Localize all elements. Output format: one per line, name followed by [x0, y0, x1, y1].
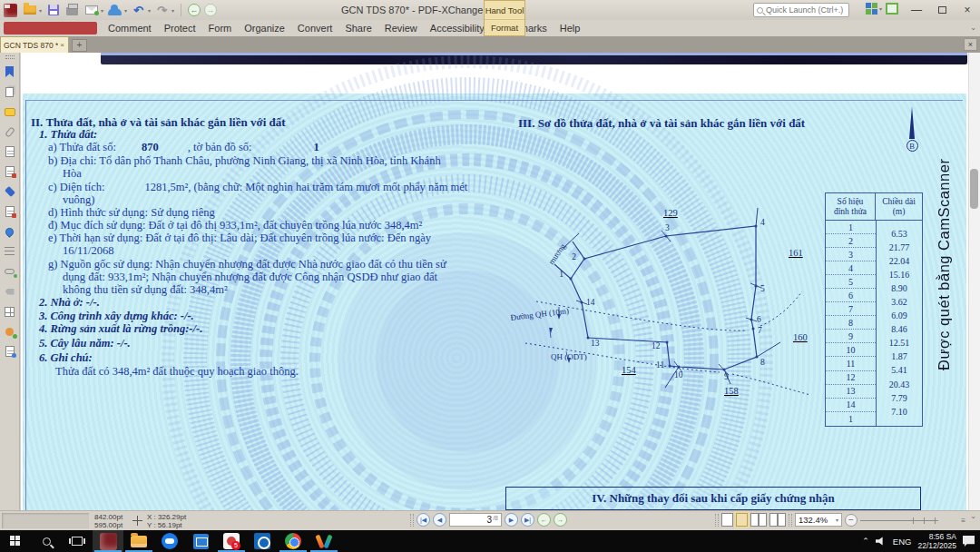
action-center-icon[interactable]	[963, 536, 975, 547]
thumbnails-panel-icon[interactable]	[3, 84, 17, 99]
menu-item[interactable]: Convert	[291, 21, 339, 35]
hand-tool-indicator[interactable]: Hand Tool Format	[484, 0, 525, 36]
fields-panel-icon[interactable]	[3, 144, 17, 159]
close-button[interactable]: ×	[955, 0, 980, 20]
line-origin-2: dụng đất: 933,1m²; Nhận chuyển nhượng đấ…	[63, 271, 437, 284]
pane-close-button[interactable]: ×	[964, 38, 977, 51]
document-info-icon[interactable]	[3, 344, 17, 359]
ribbon-collapse-icon[interactable]: ⌄	[970, 24, 976, 32]
vertical-scrollbar[interactable]	[968, 53, 980, 510]
accessibility-check-icon[interactable]	[3, 324, 17, 339]
quick-launch-box[interactable]	[753, 3, 849, 17]
table-length-value: 8.90	[877, 281, 922, 295]
save-button[interactable]	[45, 3, 61, 17]
language-indicator[interactable]: ENG	[893, 537, 912, 547]
page-number-input[interactable]: 3/8	[449, 513, 502, 527]
comments-panel-icon[interactable]	[3, 104, 17, 119]
view-forward-button[interactable]: →	[554, 513, 567, 527]
history-forward-button[interactable]: →	[204, 4, 217, 16]
document-tab[interactable]: GCN TDS 870 * ×	[0, 36, 69, 53]
item6-notes: 6. Ghi chú:	[39, 351, 93, 365]
undo-button[interactable]: ↶	[131, 3, 146, 17]
taskbar-zalo[interactable]	[154, 530, 185, 552]
table-vertex-id: 1	[826, 412, 876, 426]
menu-item[interactable]: Share	[338, 21, 377, 35]
last-page-button[interactable]: ▶|	[521, 513, 534, 527]
menu-item[interactable]: Protect	[158, 21, 202, 35]
restore-button[interactable]	[929, 0, 955, 20]
taskbar-messaging-app[interactable]: 5	[216, 530, 247, 552]
table-vertex-id: 3	[826, 248, 876, 261]
vertex-length-table: Số hiệuđỉnh thửa Chiều dài(m) 1234567891…	[825, 192, 923, 427]
format-tab[interactable]: Format	[485, 20, 524, 35]
two-page-view-icon[interactable]	[750, 513, 767, 527]
destinations-panel-icon[interactable]	[3, 224, 17, 239]
taskbar-search-button[interactable]	[31, 530, 62, 552]
order-panel-icon[interactable]	[3, 304, 17, 319]
pan-zoom-panel-icon[interactable]	[3, 244, 17, 259]
next-page-button[interactable]: ▶	[505, 513, 518, 527]
print-button[interactable]	[64, 3, 80, 17]
canal-label: mương	[546, 242, 567, 266]
search-icon	[43, 537, 51, 546]
spread-view-icon[interactable]	[769, 513, 786, 527]
taskbar-clock[interactable]: 8:56 SA 22/12/2025	[917, 532, 956, 550]
menu-item[interactable]: Comment	[102, 21, 158, 35]
taskbar-chrome[interactable]	[278, 530, 309, 552]
signatures-panel-icon[interactable]	[3, 164, 17, 179]
start-button[interactable]	[0, 530, 31, 552]
previous-page-edge	[101, 55, 967, 64]
quick-launch-input[interactable]	[766, 5, 846, 15]
ui-customize-icon[interactable]	[866, 3, 877, 15]
links-panel-icon[interactable]	[3, 264, 17, 279]
menu-item[interactable]: Accessibility	[424, 21, 491, 35]
menu-item[interactable]: Review	[378, 21, 424, 35]
document-viewport: II. Thửa đất, nhà ở và tài sản khác gắn …	[21, 53, 980, 510]
table-vertex-id: 12	[826, 371, 876, 385]
history-back-button[interactable]: ←	[188, 4, 201, 16]
zoom-out-button[interactable]: −	[845, 514, 858, 527]
statusbar-expand-icon[interactable]: ≡	[961, 517, 965, 525]
open-file-button[interactable]	[22, 3, 37, 17]
continuous-view-icon[interactable]	[736, 513, 748, 527]
bookmarks-panel-icon[interactable]	[3, 64, 17, 79]
previous-page-button[interactable]: ◀	[433, 513, 446, 527]
road-qh-label: Đường QH (10m)	[510, 306, 569, 322]
first-page-button[interactable]: |◀	[416, 513, 430, 527]
scrollbar-thumb[interactable]	[970, 169, 978, 209]
email-button[interactable]	[83, 3, 99, 17]
tags-panel-icon[interactable]	[3, 284, 17, 299]
taskbar-pdf-xchange[interactable]	[93, 530, 123, 552]
session-icon[interactable]	[886, 3, 898, 15]
minimize-button[interactable]: —	[904, 0, 929, 20]
item2-house: 2. Nhà ở: -/-.	[39, 296, 100, 310]
taskbar-outlook[interactable]	[247, 530, 278, 552]
cursor-coordinates: X : 326.29pt Y : 56.19pt	[147, 513, 186, 529]
map-vertex-11: 11	[656, 360, 664, 370]
new-tab-button[interactable]: +	[72, 39, 87, 52]
redo-button[interactable]: ↷	[154, 3, 170, 17]
single-page-view-icon[interactable]	[721, 513, 733, 527]
tab-close-icon[interactable]: ×	[60, 41, 64, 49]
section4-box: IV. Những thay đổi sau khi cấp giấy chứn…	[505, 487, 921, 510]
document-tab-label: GCN TDS 870 *	[4, 41, 58, 50]
taskbar-file-explorer[interactable]	[123, 530, 154, 552]
layers-panel-icon[interactable]	[3, 184, 17, 199]
zoom-slider[interactable]	[860, 514, 938, 527]
zoom-level-select[interactable]: 132.4%▾	[795, 513, 842, 527]
task-view-button[interactable]	[62, 530, 93, 552]
tray-chevron-icon[interactable]: ⌃	[862, 537, 869, 546]
redacted-menu-items	[4, 22, 97, 34]
map-vertex-6: 6	[757, 315, 761, 324]
menu-item[interactable]: Organize	[238, 21, 291, 35]
attachments-panel-icon[interactable]	[3, 124, 17, 139]
taskbar-v-app[interactable]	[309, 530, 339, 552]
taskbar-mail-app[interactable]	[185, 530, 216, 552]
menu-item[interactable]: Help	[554, 21, 587, 35]
view-back-button[interactable]: ←	[537, 513, 551, 527]
cloud-upload-button[interactable]	[107, 3, 122, 17]
statusbar-chevron-icon[interactable]: ⌄	[970, 512, 976, 520]
menu-item[interactable]: Form	[202, 21, 239, 35]
content-panel-icon[interactable]	[3, 204, 17, 219]
speaker-icon[interactable]	[876, 537, 887, 546]
